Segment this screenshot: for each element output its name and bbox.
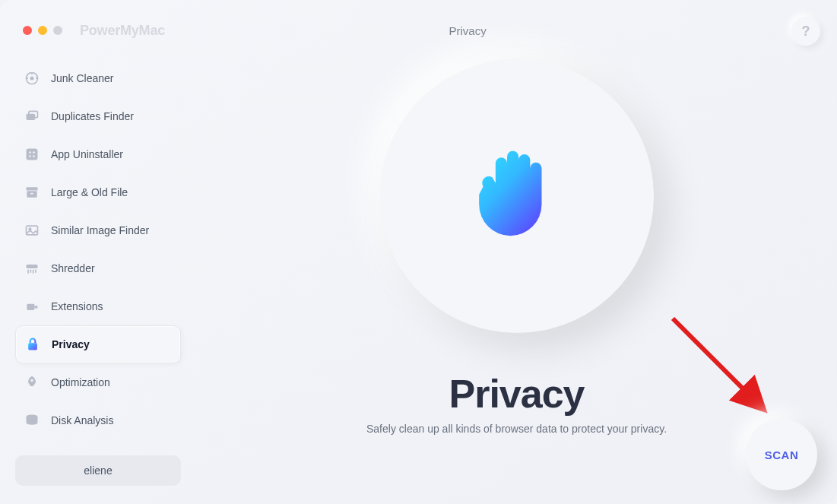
- sidebar-item-app-uninstaller[interactable]: App Uninstaller: [15, 135, 181, 173]
- fullscreen-window-button[interactable]: [53, 26, 62, 35]
- feature-title: Privacy: [449, 371, 584, 417]
- shredder-icon: [24, 261, 40, 276]
- svg-point-11: [33, 155, 35, 157]
- folders-icon: [24, 109, 40, 124]
- svg-rect-22: [27, 304, 34, 310]
- sidebar-item-large-old-file[interactable]: Large & Old File: [15, 173, 181, 211]
- svg-rect-12: [27, 187, 38, 190]
- svg-line-27: [673, 319, 758, 404]
- sidebar-item-label: App Uninstaller: [51, 148, 123, 160]
- user-name-label: eliene: [84, 464, 112, 477]
- svg-rect-23: [34, 306, 37, 308]
- lock-icon: [25, 337, 40, 352]
- sidebar-item-label: Optimization: [51, 376, 110, 388]
- sidebar-item-label: Duplicates Finder: [51, 110, 134, 122]
- sidebar-item-label: Similar Image Finder: [51, 224, 149, 236]
- sidebar-item-optimization[interactable]: Optimization: [15, 363, 181, 401]
- svg-rect-7: [27, 149, 38, 160]
- minimize-window-button[interactable]: [38, 26, 47, 35]
- hand-stop-icon: [475, 145, 559, 247]
- main-panel: Privacy Safely clean up all kinds of bro…: [196, 0, 837, 504]
- svg-rect-14: [30, 193, 33, 195]
- svg-point-25: [30, 379, 33, 382]
- archive-icon: [24, 185, 40, 200]
- sidebar: Junk Cleaner Duplicates Finder App Unins…: [0, 0, 196, 504]
- sidebar-item-shredder[interactable]: Shredder: [15, 249, 181, 287]
- image-icon: [24, 223, 40, 238]
- gauge-icon: [24, 71, 40, 86]
- rocket-icon: [24, 375, 40, 390]
- svg-point-9: [33, 151, 35, 154]
- feature-subtitle: Safely clean up all kinds of browser dat…: [366, 423, 667, 435]
- svg-point-10: [29, 155, 31, 157]
- sidebar-item-label: Privacy: [52, 338, 90, 350]
- annotation-arrow-icon: [659, 305, 781, 426]
- scan-button[interactable]: SCAN: [746, 419, 817, 490]
- disk-icon: [24, 413, 40, 428]
- close-window-button[interactable]: [23, 26, 32, 35]
- plugin-icon: [24, 299, 40, 314]
- sidebar-item-label: Large & Old File: [51, 186, 128, 198]
- sidebar-item-disk-analysis[interactable]: Disk Analysis: [15, 401, 181, 439]
- sidebar-item-duplicates-finder[interactable]: Duplicates Finder: [15, 97, 181, 135]
- sidebar-item-label: Junk Cleaner: [51, 72, 114, 84]
- svg-rect-17: [27, 265, 38, 268]
- sidebar-item-similar-image-finder[interactable]: Similar Image Finder: [15, 211, 181, 249]
- window-controls: [23, 26, 62, 35]
- svg-point-8: [29, 151, 31, 154]
- sidebar-item-privacy[interactable]: Privacy: [15, 325, 181, 363]
- app-window: PowerMyMac Privacy ? Junk Cleaner Duplic…: [0, 0, 837, 504]
- svg-rect-24: [28, 343, 37, 350]
- sidebar-item-label: Shredder: [51, 262, 95, 274]
- scan-button-label: SCAN: [765, 449, 799, 461]
- app-grid-icon: [24, 147, 40, 162]
- svg-point-1: [30, 77, 34, 81]
- user-account-button[interactable]: eliene: [15, 455, 181, 486]
- sidebar-item-label: Disk Analysis: [51, 414, 113, 426]
- sidebar-item-extensions[interactable]: Extensions: [15, 287, 181, 325]
- sidebar-item-junk-cleaner[interactable]: Junk Cleaner: [15, 59, 181, 97]
- feature-medallion: [380, 59, 654, 333]
- sidebar-item-label: Extensions: [51, 300, 103, 312]
- app-title: PowerMyMac: [80, 23, 165, 39]
